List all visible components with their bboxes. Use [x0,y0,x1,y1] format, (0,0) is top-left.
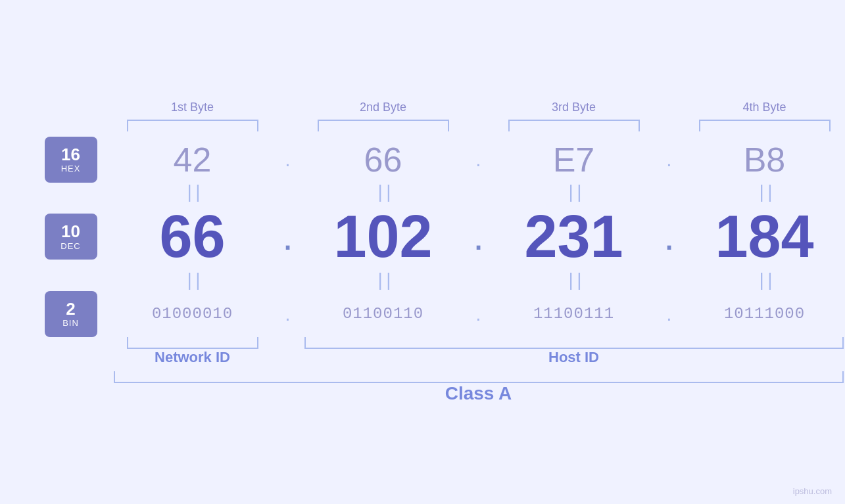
byte-header-3: 3rd Byte [552,101,596,120]
bin-value-3: 11100111 [533,305,614,323]
hex-value-1: 42 [174,140,212,179]
bracket-top-1 [127,120,258,131]
hex-value-2: 66 [364,140,402,179]
network-id-label: Network ID [155,349,230,366]
bracket-top-3 [508,120,640,131]
hex-value-3: E7 [553,140,595,179]
host-id-label: Host ID [548,349,599,366]
equals-3: || [566,183,583,203]
bracket-top-4 [699,120,831,131]
equals-4: || [756,183,773,203]
dec-base-num: 10 [61,222,80,241]
dec-badge: 10 DEC [45,214,97,260]
dec-value-3: 231 [524,203,623,271]
equals-7: || [566,271,583,291]
hex-base-label: HEX [61,164,81,173]
bracket-bottom-class [114,371,844,383]
class-label: Class A [445,383,512,404]
bin-value-2: 01100110 [343,305,423,323]
dec-base-label: DEC [60,241,80,251]
equals-6: || [375,271,392,291]
hex-base-num: 16 [61,145,80,164]
dot-dec-2: . [473,217,484,256]
dot-bin-3: . [666,303,671,325]
bracket-bottom-network [127,337,258,349]
dec-value-1: 66 [159,203,225,271]
byte-header-4: 4th Byte [742,101,786,120]
dot-bin-1: . [285,303,290,325]
byte-header-2: 2nd Byte [360,101,406,120]
dec-value-4: 184 [715,203,813,271]
bracket-top-2 [318,120,449,131]
dec-value-2: 102 [333,203,432,271]
equals-2: || [375,183,392,203]
byte-header-1: 1st Byte [171,101,214,120]
watermark: ipshu.com [793,486,832,496]
equals-5: || [184,271,201,291]
equals-1: || [184,183,201,203]
bin-badge: 2 BIN [45,291,97,337]
bin-base-label: BIN [62,318,79,328]
dot-hex-2: . [475,149,481,171]
bin-value-4: 10111000 [724,305,805,323]
bracket-bottom-host [304,337,844,349]
dot-dec-3: . [664,217,675,256]
dot-hex-1: . [285,149,290,171]
dot-dec-1: . [282,217,293,256]
hex-badge: 16 HEX [45,137,97,183]
dot-hex-3: . [666,149,671,171]
hex-value-4: B8 [744,140,786,179]
main-container: 1st Byte 2nd Byte 3rd Byte 4th Byte 16 H… [28,101,817,404]
bin-value-1: 01000010 [152,305,233,323]
dot-bin-2: . [475,303,481,325]
equals-8: || [756,271,773,291]
bin-base-num: 2 [66,300,75,319]
